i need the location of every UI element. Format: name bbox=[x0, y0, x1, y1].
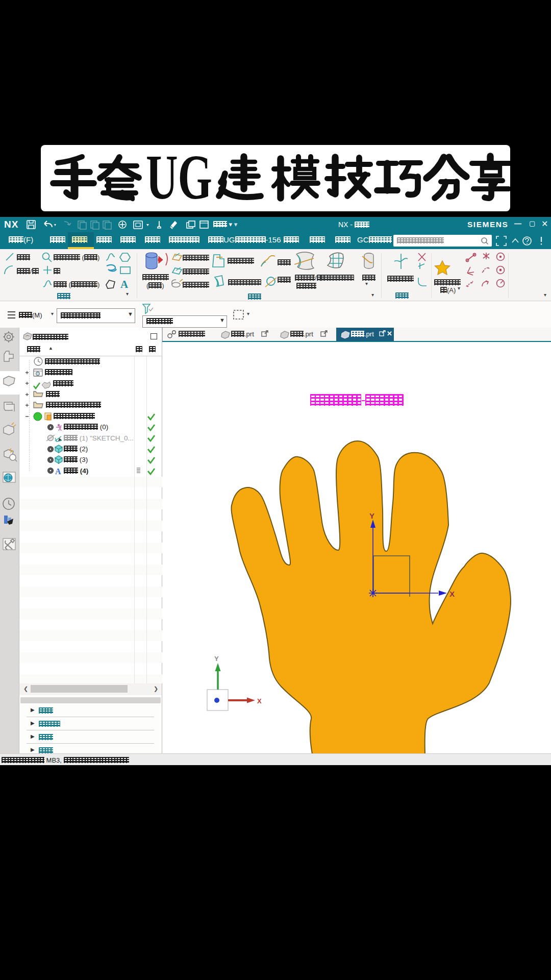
svg-text:Y: Y bbox=[369, 511, 374, 520]
svg-text:A: A bbox=[120, 278, 129, 290]
svg-text:X: X bbox=[449, 590, 455, 598]
svg-text:Y: Y bbox=[214, 655, 219, 663]
svg-text:X: X bbox=[257, 697, 262, 705]
svg-text:UG: UG bbox=[146, 145, 212, 211]
svg-text:A: A bbox=[55, 467, 61, 476]
